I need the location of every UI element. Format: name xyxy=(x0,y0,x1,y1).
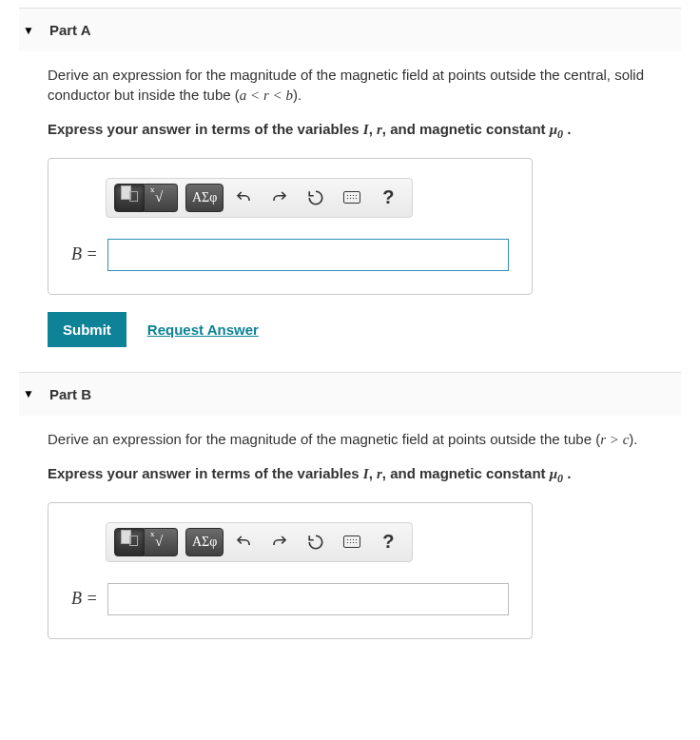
math-pad-button[interactable] xyxy=(114,528,145,556)
prompt-text: Derive an expression for the magnitude o… xyxy=(48,429,681,450)
chevron-down-icon: ▼ xyxy=(23,24,34,37)
part-body: Derive an expression for the magnitude o… xyxy=(19,51,681,372)
keyboard-icon xyxy=(343,191,360,204)
root-icon xyxy=(150,534,171,551)
part-header[interactable]: ▼ Part A xyxy=(19,9,681,51)
answer-variable-label: B = xyxy=(71,244,107,264)
part-title: Part B xyxy=(49,386,91,402)
equation-toolbar: ΑΣφ ? xyxy=(106,178,413,218)
nth-root-button[interactable] xyxy=(145,528,178,556)
redo-icon xyxy=(271,189,288,206)
equation-toolbar: ΑΣφ ? xyxy=(106,522,413,562)
reset-icon xyxy=(307,534,324,551)
redo-button[interactable] xyxy=(265,528,294,556)
part-title: Part A xyxy=(49,22,91,38)
redo-button[interactable] xyxy=(265,184,294,212)
greek-symbols-button[interactable]: ΑΣφ xyxy=(185,528,224,556)
help-label: ? xyxy=(382,186,394,208)
request-answer-link[interactable]: Request Answer xyxy=(147,321,259,338)
chevron-down-icon: ▼ xyxy=(23,387,34,400)
greek-symbols-button[interactable]: ΑΣφ xyxy=(185,184,224,212)
answer-row: B = xyxy=(71,239,509,271)
keyboard-button[interactable] xyxy=(338,528,366,556)
reset-icon xyxy=(307,189,324,206)
root-icon xyxy=(150,189,171,206)
keyboard-icon xyxy=(343,536,360,548)
answer-variable-label: B = xyxy=(71,589,107,609)
help-label: ? xyxy=(382,531,394,553)
reset-button[interactable] xyxy=(301,184,330,212)
instruction-text: Express your answer in terms of the vari… xyxy=(48,119,681,143)
nth-root-button[interactable] xyxy=(145,184,178,212)
math-pad-button[interactable] xyxy=(114,184,145,212)
template-group xyxy=(114,528,178,556)
answer-box: ΑΣφ ? B = xyxy=(48,502,533,639)
undo-button[interactable] xyxy=(229,528,258,556)
part-b: ▼ Part B Derive an expression for the ma… xyxy=(19,372,681,664)
undo-icon xyxy=(235,189,252,206)
redo-icon xyxy=(271,534,288,551)
part-a: ▼ Part A Derive an expression for the ma… xyxy=(19,8,681,372)
help-button[interactable]: ? xyxy=(374,184,402,212)
part-header[interactable]: ▼ Part B xyxy=(19,373,681,416)
action-row: Submit Request Answer xyxy=(48,312,681,347)
greek-label: ΑΣφ xyxy=(192,190,217,205)
answer-row: B = xyxy=(71,583,509,615)
greek-label: ΑΣφ xyxy=(192,535,217,550)
undo-icon xyxy=(235,534,252,551)
reset-button[interactable] xyxy=(301,528,330,556)
part-body: Derive an expression for the magnitude o… xyxy=(19,416,681,664)
instruction-text: Express your answer in terms of the vari… xyxy=(48,463,681,487)
answer-input[interactable] xyxy=(107,583,509,615)
submit-button[interactable]: Submit xyxy=(48,312,126,347)
prompt-text: Derive an expression for the magnitude o… xyxy=(48,65,681,106)
answer-input[interactable] xyxy=(107,239,509,271)
template-group xyxy=(114,184,178,212)
undo-button[interactable] xyxy=(229,184,258,212)
help-button[interactable]: ? xyxy=(374,528,402,556)
keyboard-button[interactable] xyxy=(338,184,366,212)
answer-box: ΑΣφ ? B = xyxy=(48,158,533,295)
